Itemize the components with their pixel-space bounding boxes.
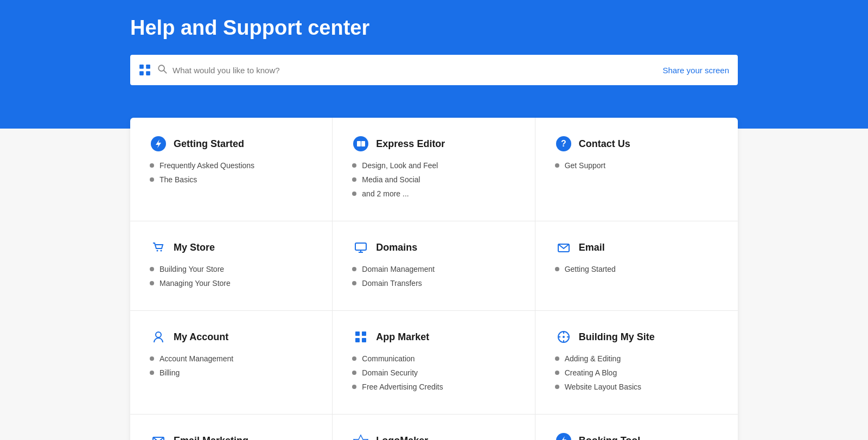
- category-links-app-market: CommunicationDomain SecurityFree Adverti…: [352, 354, 515, 391]
- category-links-my-account: Account ManagementBilling: [150, 354, 312, 377]
- list-item: The Basics: [150, 175, 312, 184]
- category-header-domains[interactable]: Domains: [352, 239, 515, 256]
- lightning-icon-getting-started: [150, 135, 167, 152]
- envelope-icon-email: [555, 239, 572, 256]
- list-item: Billing: [150, 368, 312, 377]
- category-title-contact-us: Contact Us: [579, 138, 630, 150]
- category-header-app-market[interactable]: App Market: [352, 328, 515, 346]
- category-link[interactable]: Account Management: [159, 354, 233, 363]
- category-row-0: Getting StartedFrequently Asked Question…: [130, 118, 738, 221]
- category-title-email: Email: [579, 242, 605, 253]
- main-content: Getting StartedFrequently Asked Question…: [119, 118, 749, 440]
- list-item: Creating A Blog: [555, 368, 718, 377]
- category-header-logomaker[interactable]: LogoMaker: [352, 432, 515, 440]
- page-title: Help and Support center: [130, 16, 738, 40]
- share-screen-link[interactable]: Share your screen: [662, 66, 729, 75]
- category-header-contact-us[interactable]: ? Contact Us: [555, 135, 718, 152]
- category-link[interactable]: Domain Management: [362, 265, 435, 273]
- category-cell-getting-started: Getting StartedFrequently Asked Question…: [130, 118, 333, 221]
- svg-rect-0: [139, 65, 144, 69]
- svg-point-4: [158, 65, 164, 71]
- svg-point-19: [156, 332, 161, 337]
- category-header-booking-tool[interactable]: Booking Tool: [555, 432, 718, 440]
- category-title-my-store: My Store: [174, 242, 215, 253]
- svg-text:?: ?: [561, 139, 566, 148]
- list-item: Media and Social: [352, 175, 515, 184]
- category-link[interactable]: Managing Your Store: [159, 279, 231, 288]
- category-cell-domains: DomainsDomain ManagementDomain Transfers: [333, 221, 535, 310]
- category-cell-email-marketing: Email Marketing: [130, 415, 333, 440]
- categories-card: Getting StartedFrequently Asked Question…: [130, 118, 738, 440]
- category-header-my-account[interactable]: My Account: [150, 328, 312, 346]
- category-title-my-account: My Account: [174, 331, 228, 343]
- svg-rect-3: [146, 71, 150, 75]
- logo-icon-logomaker: [352, 432, 369, 440]
- category-title-express-editor: Express Editor: [376, 138, 445, 150]
- search-input[interactable]: [173, 66, 654, 75]
- svg-marker-31: [354, 435, 368, 440]
- list-item: Account Management: [150, 354, 312, 363]
- lightning-icon-booking-tool: [555, 432, 572, 440]
- category-cell-my-store: My StoreBuilding Your StoreManaging Your…: [130, 221, 333, 310]
- category-header-express-editor[interactable]: Express Editor: [352, 135, 515, 152]
- category-link[interactable]: Design, Look and Feel: [362, 161, 438, 170]
- category-link[interactable]: Building Your Store: [159, 265, 224, 273]
- list-item: Domain Management: [352, 265, 515, 273]
- list-item: and 2 more ...: [352, 189, 515, 198]
- person-icon-my-account: [150, 328, 167, 346]
- list-item: Free Advertising Credits: [352, 382, 515, 391]
- category-link[interactable]: Domain Transfers: [362, 279, 422, 288]
- category-cell-contact-us: ? Contact UsGet Support: [535, 118, 738, 221]
- category-title-app-market: App Market: [376, 331, 429, 343]
- category-links-contact-us: Get Support: [555, 161, 718, 170]
- category-link[interactable]: Get Support: [565, 161, 606, 170]
- category-link[interactable]: and 2 more ...: [362, 189, 409, 198]
- category-title-getting-started: Getting Started: [174, 138, 244, 150]
- search-icon: [157, 64, 167, 76]
- category-links-my-store: Building Your StoreManaging Your Store: [150, 265, 312, 288]
- category-header-my-store[interactable]: My Store: [150, 239, 312, 256]
- category-link[interactable]: Domain Security: [362, 368, 418, 377]
- category-link[interactable]: Getting Started: [565, 265, 616, 273]
- category-link[interactable]: Creating A Blog: [565, 368, 617, 377]
- search-bar: Share your screen: [130, 55, 738, 85]
- category-link[interactable]: Frequently Asked Questions: [159, 161, 254, 170]
- list-item: Design, Look and Feel: [352, 161, 515, 170]
- compass-icon-building-my-site: [555, 328, 572, 346]
- category-title-logomaker: LogoMaker: [376, 435, 428, 441]
- category-link[interactable]: Adding & Editing: [565, 354, 621, 363]
- category-links-express-editor: Design, Look and FeelMedia and Socialand…: [352, 161, 515, 198]
- list-item: Frequently Asked Questions: [150, 161, 312, 170]
- category-header-building-my-site[interactable]: Building My Site: [555, 328, 718, 346]
- category-header-getting-started[interactable]: Getting Started: [150, 135, 312, 152]
- category-cell-express-editor: Express EditorDesign, Look and FeelMedia…: [333, 118, 535, 221]
- list-item: Domain Security: [352, 368, 515, 377]
- svg-rect-9: [357, 141, 361, 146]
- category-link[interactable]: Free Advertising Credits: [362, 382, 443, 391]
- category-header-email[interactable]: Email: [555, 239, 718, 256]
- category-link[interactable]: Media and Social: [362, 175, 420, 184]
- header-section: Help and Support center Share your scree…: [0, 0, 868, 129]
- grid-apps-icon[interactable]: [139, 64, 151, 76]
- svg-rect-23: [362, 338, 366, 342]
- category-link[interactable]: The Basics: [159, 175, 197, 184]
- category-link[interactable]: Communication: [362, 354, 414, 363]
- list-item: Building Your Store: [150, 265, 312, 273]
- svg-rect-22: [355, 338, 360, 342]
- svg-rect-20: [355, 331, 360, 336]
- category-title-email-marketing: Email Marketing: [174, 435, 248, 441]
- category-header-email-marketing[interactable]: Email Marketing: [150, 432, 312, 440]
- grid-icon-app-market: [352, 328, 369, 346]
- category-link[interactable]: Website Layout Basics: [565, 382, 641, 391]
- category-title-booking-tool: Booking Tool: [579, 435, 641, 441]
- list-item: Managing Your Store: [150, 279, 312, 288]
- list-item: Communication: [352, 354, 515, 363]
- category-cell-booking-tool: Booking Tool: [535, 415, 738, 440]
- category-row-3: Email Marketing LogoMaker Booking Tool: [130, 415, 738, 440]
- svg-point-13: [157, 250, 158, 252]
- monitor-icon-domains: [352, 239, 369, 256]
- editor-icon-express-editor: [352, 135, 369, 152]
- category-link[interactable]: Billing: [159, 368, 180, 377]
- category-links-domains: Domain ManagementDomain Transfers: [352, 265, 515, 288]
- category-cell-email: EmailGetting Started: [535, 221, 738, 310]
